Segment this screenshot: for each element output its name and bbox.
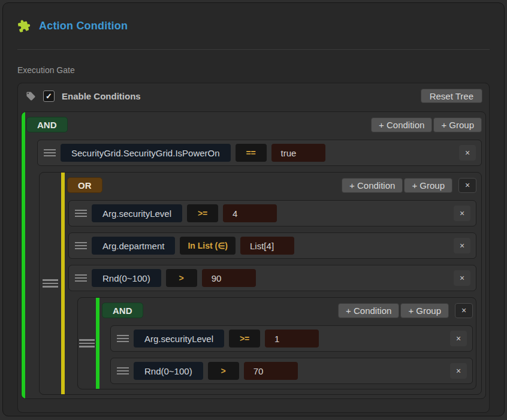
condition-value[interactable]: 70 <box>244 362 298 380</box>
add-group-button[interactable]: + Group <box>400 303 449 318</box>
condition-value[interactable]: 4 <box>223 204 277 222</box>
condition-operator[interactable]: In List (∈) <box>180 237 236 255</box>
operator-badge-and[interactable]: AND <box>102 303 143 318</box>
condition-group-or: OR + Condition + Group × <box>39 172 482 395</box>
group-drag-gutter <box>78 298 96 389</box>
remove-group-button[interactable]: × <box>455 303 473 318</box>
condition-row: Arg.securityLevel >= 1 × <box>110 325 473 352</box>
remove-condition-button[interactable]: × <box>454 270 470 286</box>
drag-handle-icon[interactable] <box>44 149 56 156</box>
header-divider <box>17 49 490 50</box>
page-title: Action Condition <box>39 20 128 32</box>
remove-condition-button[interactable]: × <box>450 331 467 346</box>
group-header: AND + Condition + Group × <box>102 303 473 318</box>
condition-field[interactable]: SecurityGrid.SecurityGrid.IsPowerOn <box>61 144 231 162</box>
condition-row: Rnd(0~100) > 90 × <box>68 265 476 291</box>
add-group-button[interactable]: + Group <box>433 117 482 132</box>
remove-condition-button[interactable]: × <box>454 238 470 253</box>
condition-operator[interactable]: >= <box>187 204 218 222</box>
component-header: Action Condition <box>17 19 490 33</box>
drag-handle-icon[interactable] <box>117 367 129 374</box>
condition-field[interactable]: Arg.securityLevel <box>92 204 182 222</box>
condition-operator[interactable]: > <box>166 269 197 287</box>
close-icon: × <box>465 180 470 190</box>
add-group-button[interactable]: + Group <box>404 178 452 193</box>
drag-handle-icon[interactable] <box>75 274 87 282</box>
drag-handle-icon[interactable] <box>79 339 95 348</box>
condition-value[interactable]: 90 <box>202 269 256 287</box>
condition-field[interactable]: Rnd(0~100) <box>92 269 161 287</box>
checkmark-icon: ✓ <box>46 92 52 101</box>
condition-field[interactable]: Arg.securityLevel <box>134 330 224 348</box>
enable-conditions-checkbox[interactable]: ✓ <box>43 90 55 102</box>
close-icon: × <box>460 209 464 218</box>
execution-gate-panel: ✓ Enable Conditions Reset Tree AND + Con… <box>17 83 490 413</box>
drag-handle-icon[interactable] <box>75 210 87 217</box>
operator-badge-or[interactable]: OR <box>67 177 102 193</box>
condition-field[interactable]: Arg.department <box>92 237 175 255</box>
condition-row: Arg.department In List (∈) List[4] × <box>68 232 476 259</box>
condition-field[interactable]: Rnd(0~100) <box>134 362 203 380</box>
condition-value[interactable]: 1 <box>265 330 319 348</box>
condition-operator[interactable]: == <box>236 144 267 162</box>
close-icon: × <box>456 334 461 343</box>
remove-group-button[interactable]: × <box>458 178 476 193</box>
group-drag-gutter <box>40 173 61 394</box>
enable-conditions-label: Enable Conditions <box>62 91 141 101</box>
add-condition-button[interactable]: + Condition <box>338 303 399 318</box>
add-condition-button[interactable]: + Condition <box>342 178 403 193</box>
tag-icon <box>26 91 36 101</box>
close-icon: × <box>465 148 470 158</box>
gate-header: ✓ Enable Conditions Reset Tree <box>21 86 486 105</box>
close-icon: × <box>461 306 466 315</box>
remove-condition-button[interactable]: × <box>450 363 467 379</box>
drag-handle-icon[interactable] <box>75 242 87 249</box>
remove-condition-button[interactable]: × <box>459 145 476 161</box>
close-icon: × <box>460 273 464 283</box>
condition-operator[interactable]: > <box>208 362 239 380</box>
reset-tree-button[interactable]: Reset Tree <box>421 89 482 103</box>
inspector-window: Action Condition Execution Gate ✓ Enable… <box>2 2 505 416</box>
condition-operator[interactable]: >= <box>229 330 260 348</box>
drag-handle-icon[interactable] <box>117 335 129 342</box>
add-condition-button[interactable]: + Condition <box>371 117 432 132</box>
condition-row: Arg.securityLevel >= 4 × <box>68 200 476 226</box>
remove-condition-button[interactable]: × <box>454 206 470 221</box>
condition-group-and: AND + Condition + Group × <box>77 297 476 389</box>
condition-value[interactable]: true <box>271 144 325 162</box>
puzzle-icon <box>16 18 32 34</box>
close-icon: × <box>460 241 464 250</box>
condition-row: SecurityGrid.SecurityGrid.IsPowerOn == t… <box>37 140 482 166</box>
close-icon: × <box>456 366 461 376</box>
group-header: AND + Condition + Group <box>26 117 482 132</box>
condition-value[interactable]: List[4] <box>240 237 294 255</box>
condition-group-root: AND + Condition + Group SecurityGrid.Sec… <box>21 111 486 399</box>
group-header: OR + Condition + Group × <box>67 177 476 193</box>
operator-badge-and[interactable]: AND <box>26 117 68 132</box>
condition-row: Rnd(0~100) > 70 × <box>110 358 473 384</box>
drag-handle-icon[interactable] <box>43 279 58 288</box>
execution-gate-label: Execution Gate <box>17 65 490 75</box>
